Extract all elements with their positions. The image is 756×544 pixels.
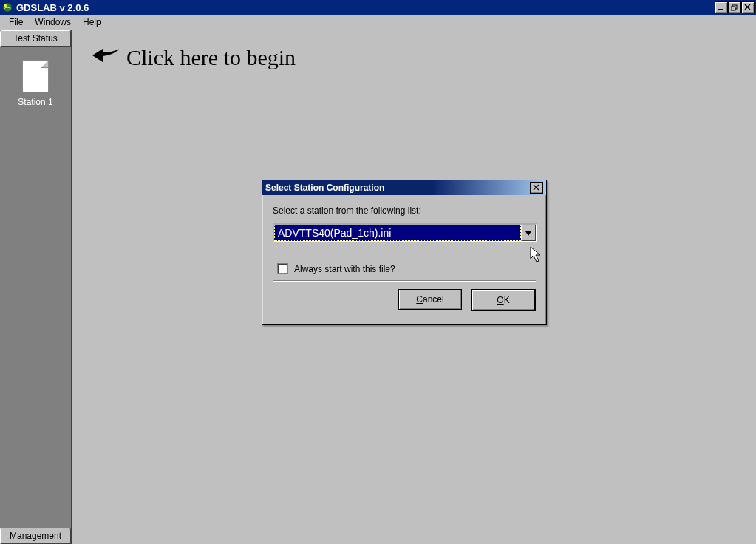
sidebar-item-station1[interactable]: Station 1 xyxy=(0,60,71,107)
combobox-dropdown-button[interactable] xyxy=(521,225,536,241)
restore-button[interactable] xyxy=(728,1,741,13)
sidebar: Test Status Station 1 Management xyxy=(0,30,72,544)
minimize-button[interactable] xyxy=(715,1,728,13)
station-label: Station 1 xyxy=(18,97,52,107)
window-controls xyxy=(715,1,755,13)
dialog-title: Select Station Configuration xyxy=(265,183,384,193)
dialog-titlebar[interactable]: Select Station Configuration xyxy=(262,180,546,195)
tab-test-status[interactable]: Test Status xyxy=(0,30,71,47)
svg-rect-2 xyxy=(718,9,723,10)
ok-button[interactable]: OK xyxy=(471,289,536,311)
dialog-separator xyxy=(273,280,536,282)
menubar: File Windows Help xyxy=(0,15,756,30)
station-combobox-value[interactable]: ADVTTS40(Pad_1ch).ini xyxy=(274,225,521,241)
svg-rect-4 xyxy=(731,7,735,10)
menu-windows[interactable]: Windows xyxy=(29,16,77,29)
menu-file[interactable]: File xyxy=(3,16,29,29)
hint-text: Click here to begin xyxy=(126,45,296,70)
cancel-button[interactable]: Cancel xyxy=(398,289,462,310)
svg-point-1 xyxy=(4,4,7,7)
client-area: Test Status Station 1 Management Click h… xyxy=(0,30,756,544)
titlebar: GDSLAB v 2.0.6 xyxy=(0,0,756,15)
chevron-down-icon xyxy=(525,228,531,237)
app-icon xyxy=(1,1,13,13)
station-combobox[interactable]: ADVTTS40(Pad_1ch).ini xyxy=(273,223,537,242)
main-window: GDSLAB v 2.0.6 File Windows Help Test St… xyxy=(0,0,756,544)
tab-management[interactable]: Management xyxy=(0,528,71,544)
menu-help[interactable]: Help xyxy=(77,16,107,29)
select-station-dialog: Select Station Configuration Select a st… xyxy=(262,180,547,325)
document-icon xyxy=(22,60,49,92)
always-start-checkbox[interactable] xyxy=(277,263,288,274)
close-button[interactable] xyxy=(741,1,755,13)
arrow-left-icon xyxy=(91,45,120,70)
dialog-prompt: Select a station from the following list… xyxy=(273,205,536,216)
begin-hint: Click here to begin xyxy=(91,45,296,70)
always-start-row: Always start with this file? xyxy=(273,263,536,274)
window-title: GDSLAB v 2.0.6 xyxy=(16,2,89,13)
dialog-close-button[interactable] xyxy=(530,182,543,194)
always-start-label[interactable]: Always start with this file? xyxy=(294,264,395,274)
